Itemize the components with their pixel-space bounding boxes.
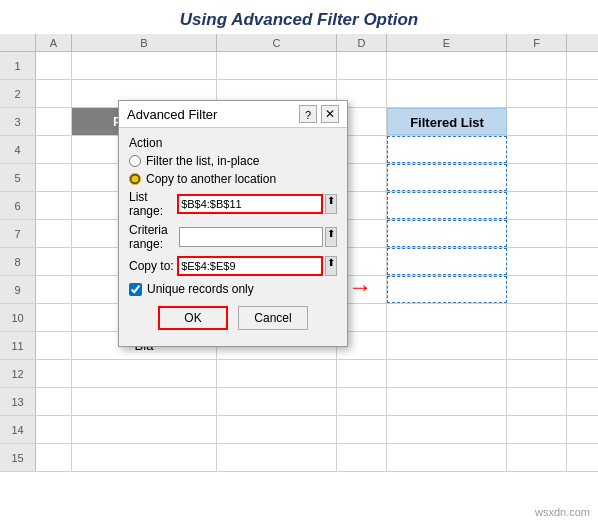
table-row: 12 (0, 360, 598, 388)
advanced-filter-dialog: Advanced Filter ? ✕ Action Filter the li… (118, 100, 348, 347)
dialog-titlebar: Advanced Filter ? ✕ (119, 101, 347, 128)
radio-copy-location-input[interactable] (129, 173, 141, 185)
col-header-b: B (72, 34, 217, 51)
radio-filter-inplace-label: Filter the list, in-place (146, 154, 259, 168)
dialog-title: Advanced Filter (127, 107, 217, 122)
ok-button[interactable]: OK (158, 306, 228, 330)
col-header-a: A (36, 34, 72, 51)
criteria-range-label: Criteria range: (129, 223, 179, 251)
col-header-c: C (217, 34, 337, 51)
table-row: 13 (0, 388, 598, 416)
table-row: 15 (0, 444, 598, 472)
page-title: Using Advanced Filter Option (0, 0, 598, 34)
spreadsheet: Using Advanced Filter Option A B C D E F… (0, 0, 598, 522)
dialog-help-button[interactable]: ? (299, 105, 317, 123)
dialog-body: Action Filter the list, in-place Copy to… (119, 128, 347, 346)
col-header-f: F (507, 34, 567, 51)
radio-filter-inplace-input[interactable] (129, 155, 141, 167)
unique-records-row: Unique records only (129, 282, 337, 296)
copy-to-input[interactable] (177, 256, 323, 276)
dialog-footer: OK Cancel (129, 306, 337, 338)
copy-to-button[interactable]: ⬆ (325, 256, 337, 276)
dialog-close-button[interactable]: ✕ (321, 105, 339, 123)
dialog-titlebar-buttons: ? ✕ (299, 105, 339, 123)
table-row: 1 (0, 52, 598, 80)
criteria-range-button[interactable]: ⬆ (325, 227, 337, 247)
cancel-button[interactable]: Cancel (238, 306, 308, 330)
criteria-range-input[interactable] (179, 227, 323, 247)
corner-header (0, 34, 36, 51)
column-headers: A B C D E F (0, 34, 598, 52)
list-range-input[interactable] (177, 194, 323, 214)
list-range-row: List range: ⬆ (129, 190, 337, 218)
radio-filter-inplace: Filter the list, in-place (129, 154, 337, 168)
list-range-label: List range: (129, 190, 177, 218)
table-row: 14 (0, 416, 598, 444)
radio-copy-location-label: Copy to another location (146, 172, 276, 186)
watermark: wsxdn.com (535, 506, 590, 518)
unique-records-label: Unique records only (147, 282, 254, 296)
action-label: Action (129, 136, 337, 150)
unique-records-checkbox[interactable] (129, 283, 142, 296)
copy-to-row: Copy to: ⬆ (129, 256, 337, 276)
radio-copy-location: Copy to another location (129, 172, 337, 186)
red-arrow-right-icon: → (348, 273, 372, 301)
criteria-range-row: Criteria range: ⬆ (129, 223, 337, 251)
list-range-button[interactable]: ⬆ (325, 194, 337, 214)
col-header-d: D (337, 34, 387, 51)
col-header-e: E (387, 34, 507, 51)
copy-to-label: Copy to: (129, 259, 177, 273)
